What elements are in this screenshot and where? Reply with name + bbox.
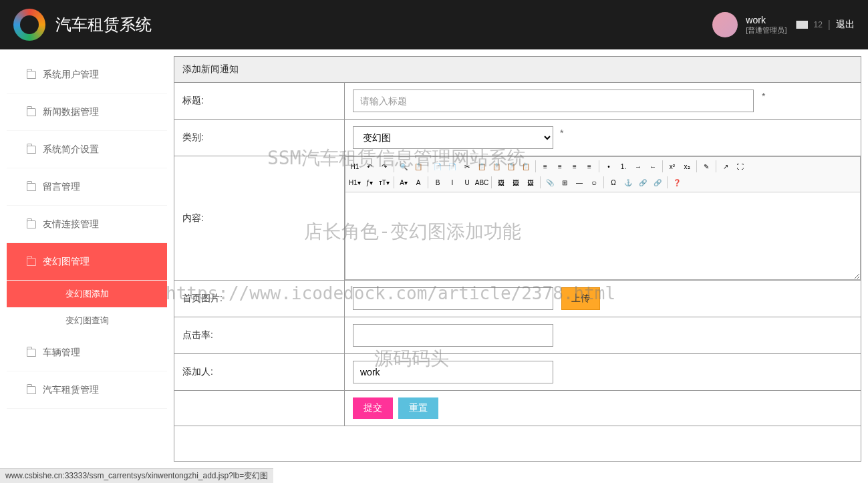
sidebar-label: 汽车租赁管理 <box>43 384 99 396</box>
sidebar-item-users[interactable]: 系统用户管理 <box>7 56 167 94</box>
sidebar: 系统用户管理 新闻数据管理 系统简介设置 留言管理 友情连接管理 变幻图管理 变… <box>7 56 167 462</box>
app-title: 汽车租赁系统 <box>55 14 712 35</box>
editor-tool[interactable]: • <box>602 160 615 173</box>
editor-tool[interactable]: тT▾ <box>378 176 391 189</box>
editor-tool[interactable]: ⛶ <box>734 160 747 173</box>
sidebar-sub-slider-query[interactable]: 变幻图查询 <box>7 307 167 334</box>
editor-tool[interactable]: Ω <box>607 176 620 189</box>
label-content: 内容: <box>174 156 345 280</box>
label-title: 标题: <box>174 83 345 119</box>
sidebar-label: 系统简介设置 <box>43 144 99 156</box>
user-box: work [普通管理员] <box>712 12 786 37</box>
editor-tool[interactable]: ❓ <box>670 176 684 189</box>
mail-icon[interactable] <box>796 21 808 29</box>
folder-icon <box>27 108 36 116</box>
sidebar-label: 系统用户管理 <box>43 69 99 81</box>
msg-count: 12 <box>813 20 822 29</box>
editor-tool[interactable]: ≡ <box>568 160 581 173</box>
editor-tool[interactable]: ƒ▾ <box>363 176 376 189</box>
editor-tool[interactable]: ⊞ <box>558 176 571 189</box>
editor-tool[interactable]: 📋 <box>519 160 533 173</box>
title-input[interactable] <box>353 90 754 112</box>
editor-tool[interactable]: 🖼 <box>524 176 537 189</box>
editor-tool[interactable]: ↶ <box>363 160 376 173</box>
label-clicks: 点击率: <box>174 317 345 353</box>
logout-link[interactable]: 退出 <box>836 19 855 31</box>
editor-tool[interactable]: B <box>431 176 444 189</box>
clicks-input[interactable] <box>353 324 553 347</box>
editor-tool[interactable]: x₂ <box>680 160 694 173</box>
editor-tool[interactable]: U <box>460 176 474 189</box>
sidebar-sub-slider-add[interactable]: 变幻图添加 <box>7 281 167 307</box>
editor-tool[interactable]: 🖼 <box>494 176 508 189</box>
editor-tool[interactable]: ↗ <box>719 160 732 173</box>
sidebar-label: 留言管理 <box>43 181 80 193</box>
editor-tool[interactable]: 📋 <box>412 160 425 173</box>
editor-tool[interactable]: 📋 <box>475 160 488 173</box>
image-input[interactable] <box>353 287 553 310</box>
editor-tool[interactable]: ← <box>646 160 660 173</box>
editor-tool[interactable]: ↷ <box>378 160 391 173</box>
editor-tool[interactable]: 🔗 <box>636 176 649 189</box>
sidebar-label: 友情连接管理 <box>43 218 99 230</box>
sidebar-label: 变幻图管理 <box>43 256 90 268</box>
rich-editor: H1↶↷🔍📋📄📄✂📋📋📋📋≡≡≡≡•1.→←x²x₂✎↗⛶ H1▾ƒ▾тT▾A▾… <box>345 156 861 280</box>
form-header: 添加新闻通知 <box>174 57 861 83</box>
editor-tool[interactable]: ≡ <box>539 160 552 173</box>
user-role: [普通管理员] <box>746 25 786 35</box>
sidebar-item-vehicle[interactable]: 车辆管理 <box>7 334 167 371</box>
sidebar-item-links[interactable]: 友情连接管理 <box>7 206 167 243</box>
editor-tool[interactable]: 1. <box>617 160 630 173</box>
editor-tool[interactable]: 🔗 <box>651 176 664 189</box>
editor-body[interactable] <box>345 192 860 279</box>
sidebar-item-msg[interactable]: 留言管理 <box>7 168 167 206</box>
editor-tool[interactable]: A <box>412 176 425 189</box>
editor-tool[interactable]: ☺ <box>587 176 601 189</box>
folder-icon <box>27 71 36 79</box>
editor-tool[interactable]: 📋 <box>490 160 503 173</box>
editor-tool[interactable]: 📄 <box>431 160 444 173</box>
folder-icon <box>27 220 36 228</box>
folder-icon <box>27 146 36 154</box>
editor-tool[interactable]: 🔍 <box>397 160 410 173</box>
reset-button[interactable]: 重置 <box>398 397 438 419</box>
editor-tool[interactable]: 📎 <box>543 176 557 189</box>
editor-tool[interactable]: H1 <box>348 160 361 173</box>
sidebar-item-rental[interactable]: 汽车租赁管理 <box>7 371 167 409</box>
editor-tool[interactable]: I <box>446 176 459 189</box>
sidebar-item-slider[interactable]: 变幻图管理 <box>7 243 167 281</box>
editor-tool[interactable]: H1▾ <box>348 176 361 189</box>
editor-tool[interactable]: 🖼 <box>509 176 523 189</box>
editor-tool[interactable]: ≡ <box>553 160 567 173</box>
editor-tool[interactable]: 📄 <box>446 160 459 173</box>
sidebar-label: 车辆管理 <box>43 347 80 359</box>
submit-button[interactable]: 提交 <box>353 397 393 419</box>
category-select[interactable]: 变幻图 <box>353 126 553 149</box>
editor-tool[interactable]: — <box>573 176 586 189</box>
sidebar-item-news[interactable]: 新闻数据管理 <box>7 94 167 131</box>
editor-tool[interactable]: → <box>631 160 645 173</box>
label-empty <box>174 391 345 426</box>
editor-tool[interactable]: ⚓ <box>621 176 635 189</box>
editor-tool[interactable]: A▾ <box>397 176 410 189</box>
editor-tool[interactable]: x² <box>666 160 679 173</box>
logo-icon <box>13 9 45 41</box>
label-adder: 添加人: <box>174 354 345 390</box>
editor-tool[interactable]: ✂ <box>460 160 474 173</box>
header: 汽车租赁系统 work [普通管理员] 12 | 退出 <box>0 0 868 49</box>
adder-input <box>353 361 553 383</box>
required-icon: * <box>560 128 563 138</box>
avatar[interactable] <box>712 12 738 37</box>
upload-button[interactable]: 上传 <box>561 287 600 310</box>
main-form: 添加新闻通知 标题: * 类别: * 变幻图 内容: H1↶↷🔍� <box>174 56 861 462</box>
user-name: work <box>746 15 786 25</box>
sidebar-item-intro[interactable]: 系统简介设置 <box>7 131 167 168</box>
folder-icon <box>27 258 36 266</box>
editor-tool[interactable]: 📋 <box>504 160 518 173</box>
sidebar-label: 新闻数据管理 <box>43 106 99 118</box>
editor-tool[interactable]: ✎ <box>700 160 713 173</box>
editor-tool[interactable]: ≡ <box>583 160 596 173</box>
folder-icon <box>27 386 36 394</box>
folder-icon <box>27 349 36 357</box>
editor-tool[interactable]: ABC <box>475 176 488 189</box>
